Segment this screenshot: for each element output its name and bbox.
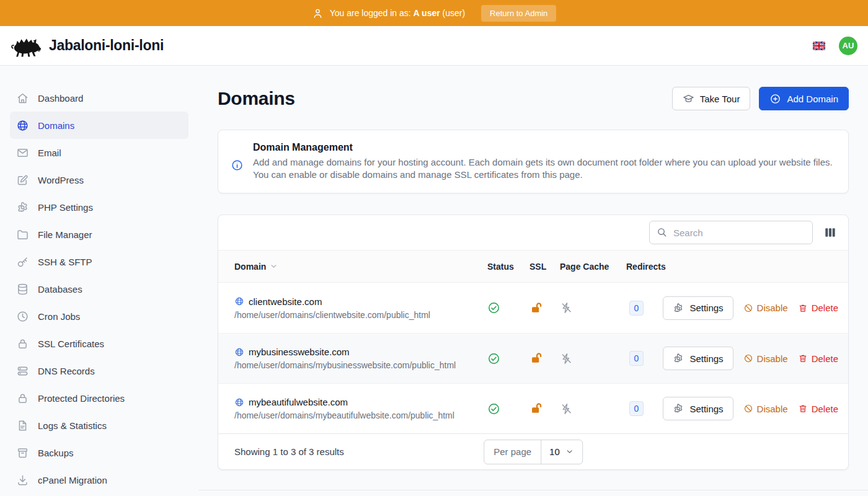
server-icon [16, 365, 29, 378]
results-summary: Showing 1 to 3 of 3 results [234, 446, 344, 457]
graduation-cap-icon [683, 93, 694, 105]
ssl-unlocked-icon[interactable] [529, 402, 543, 415]
ssl-unlocked-icon[interactable] [529, 352, 543, 365]
per-page-control: Per page 10 [484, 440, 583, 464]
ban-icon [743, 303, 753, 313]
sidebar-item-label: SSH & SFTP [38, 257, 92, 267]
folder-icon [16, 228, 29, 241]
sidebar-item-label: PHP Settings [38, 202, 93, 213]
trash-icon [798, 353, 808, 363]
archive-icon [16, 446, 29, 459]
sidebar-item-dns-records[interactable]: DNS Records [10, 357, 188, 384]
delete-button[interactable]: Delete [798, 353, 838, 364]
table-row: mybusinesswebsite.com /home/user/domains… [218, 333, 848, 383]
disable-button[interactable]: Disable [743, 303, 788, 313]
sidebar-item-backups[interactable]: Backups [10, 439, 188, 466]
sidebar-item-ssl-certificates[interactable]: SSL Certificates [10, 330, 188, 357]
column-header-ssl: SSL [529, 262, 560, 272]
column-settings-button[interactable] [823, 226, 837, 239]
sidebar-item-php-settings[interactable]: PHP Settings [10, 193, 188, 221]
sidebar-item-ssh-sftp[interactable]: SSH & SFTP [10, 248, 188, 275]
add-domain-button[interactable]: Add Domain [759, 87, 849, 110]
sidebar-item-file-manager[interactable]: File Manager [10, 221, 188, 248]
info-card-description: Add and manage domains for your hosting … [253, 156, 833, 181]
sidebar-item-dashboard[interactable]: Dashboard [10, 84, 188, 112]
impersonated-user-role: (user) [443, 8, 466, 18]
brand: Jabaloni-loni-loni [11, 34, 164, 58]
impersonated-user-name: A user [414, 8, 440, 18]
sidebar-item-label: Protected Directories [38, 393, 125, 404]
trash-icon [798, 404, 808, 414]
domain-management-info-card: Domain Management Add and manage domains… [218, 130, 849, 193]
domain-name: clientwebsite.com [249, 296, 322, 307]
table-row: clientwebsite.com /home/user/domains/cli… [218, 283, 848, 333]
column-header-redirects: Redirects [626, 262, 679, 272]
bottom-divider [198, 490, 868, 490]
sidebar-item-logs-statistics[interactable]: Logs & Statistics [10, 412, 188, 439]
sidebar-item-label: Domains [38, 120, 74, 131]
sidebar-item-domains[interactable]: Domains [10, 112, 188, 139]
take-tour-button[interactable]: Take Tour [672, 87, 751, 110]
sidebar-item-label: DNS Records [38, 366, 95, 376]
status-active-icon [487, 301, 500, 314]
settings-button[interactable]: Settings [663, 296, 733, 320]
page-cache-off-icon[interactable] [560, 301, 573, 314]
disable-button[interactable]: Disable [743, 353, 788, 364]
impersonation-message: You are logged in as: A user (user) [330, 8, 465, 18]
domain-name: mybusinesswebsite.com [249, 347, 350, 357]
domain-document-root: /home/user/domains/mybusinesswebsite.com… [234, 360, 487, 370]
gear-icon [673, 353, 684, 364]
sidebar-item-label: Databases [38, 284, 82, 294]
gear-icon [673, 403, 684, 414]
sidebar: DashboardDomainsEmailWordPressPHP Settin… [0, 66, 198, 496]
main-content: Domains Take Tour Add Domain Domain Mana… [198, 66, 868, 496]
gear-icon [673, 303, 684, 314]
document-icon [16, 419, 29, 432]
settings-button[interactable]: Settings [663, 347, 733, 370]
sidebar-item-cpanel-migration[interactable]: cPanel Migration [10, 466, 188, 494]
user-avatar[interactable]: AU [839, 37, 857, 55]
plus-circle-icon [769, 93, 781, 105]
delete-button[interactable]: Delete [798, 404, 838, 414]
settings-button[interactable]: Settings [663, 397, 733, 420]
table-footer: Showing 1 to 3 of 3 results Per page 10 [218, 433, 848, 469]
column-header-page-cache: Page Cache [560, 262, 626, 272]
sidebar-item-email[interactable]: Email [10, 139, 188, 166]
sidebar-item-databases[interactable]: Databases [10, 275, 188, 303]
home-icon [16, 92, 29, 105]
globe-icon [234, 347, 244, 357]
globe-icon [234, 397, 244, 407]
sidebar-item-protected-directories[interactable]: Protected Directories [10, 384, 188, 412]
sidebar-item-cron-jobs[interactable]: Cron Jobs [10, 303, 188, 330]
globe-icon [16, 119, 29, 132]
sidebar-item-wordpress[interactable]: WordPress [10, 166, 188, 193]
table-row: mybeautifulwebsite.com /home/user/domain… [218, 383, 848, 433]
return-to-admin-button[interactable]: Return to Admin [481, 5, 556, 22]
domain-name: mybeautifulwebsite.com [249, 397, 348, 407]
per-page-select[interactable]: 10 [541, 440, 582, 464]
disable-button[interactable]: Disable [743, 404, 788, 414]
domain-document-root: /home/user/domains/mybeautifulwebsite.co… [234, 410, 487, 420]
table-header-row: Domain Status SSL Page Cache Redirects [218, 250, 848, 283]
status-active-icon [487, 402, 500, 415]
domains-table-card: Domain Status SSL Page Cache Redirects c… [218, 215, 849, 470]
search-input[interactable] [649, 221, 813, 244]
column-header-status: Status [487, 262, 529, 272]
page-cache-off-icon[interactable] [560, 352, 573, 365]
sidebar-item-label: File Manager [38, 229, 92, 240]
chevron-down-icon [565, 447, 574, 456]
search-box [649, 221, 813, 244]
page-cache-off-icon[interactable] [560, 402, 573, 415]
redirects-count-badge: 0 [629, 301, 644, 316]
redirects-count-badge: 0 [629, 401, 644, 416]
column-header-domain[interactable]: Domain [234, 262, 487, 272]
app-header: Jabaloni-loni-loni AU [0, 26, 868, 66]
sidebar-item-label: Cron Jobs [38, 311, 80, 322]
per-page-label: Per page [484, 440, 541, 464]
lock-icon [16, 337, 29, 350]
language-flag-icon[interactable] [813, 42, 825, 50]
ssl-unlocked-icon[interactable] [529, 301, 543, 315]
sidebar-item-label: cPanel Migration [38, 475, 107, 485]
delete-button[interactable]: Delete [798, 303, 838, 313]
columns-icon [823, 226, 837, 239]
